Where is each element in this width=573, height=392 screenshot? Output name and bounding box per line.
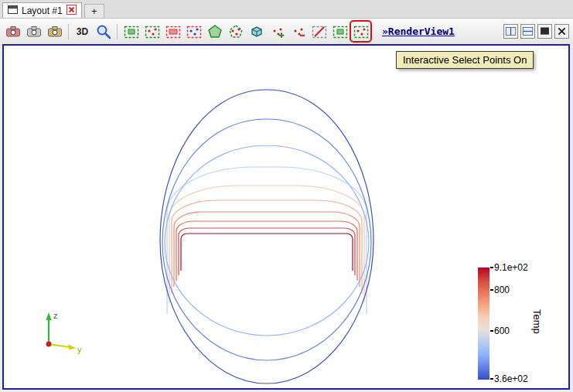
camera-redo-icon[interactable]: [45, 22, 64, 41]
contour-line-level-660: [172, 200, 362, 294]
close-view-button[interactable]: [554, 24, 569, 39]
split-vertical-button[interactable]: [520, 24, 535, 39]
legend-tick-max: [490, 267, 493, 268]
color-legend-bar[interactable]: [478, 268, 489, 380]
select-cells-on-icon[interactable]: [121, 22, 141, 41]
contour-line-level-840: [179, 228, 355, 275]
shrink-selection-icon[interactable]: [288, 22, 308, 41]
contour-line-level-900: [181, 233, 353, 271]
zoom-to-box-icon[interactable]: [94, 22, 113, 41]
legend-label-800: 800: [494, 285, 510, 295]
orientation-axes-widget: z y: [33, 308, 89, 358]
select-points-on-icon[interactable]: [142, 22, 162, 41]
legend-label-600: 600: [494, 326, 510, 336]
select-points-through-icon[interactable]: [184, 22, 203, 41]
select-cells-through-icon[interactable]: [163, 22, 182, 41]
contour-line-level-600: [169, 186, 364, 303]
layout-tab-bar: Layout #1 +: [0, 0, 573, 19]
tab-layout-1[interactable]: Layout #1: [2, 2, 82, 18]
legend-label-min: 3.6e+02: [494, 373, 528, 384]
interaction-mode-3d-button[interactable]: 3D: [73, 22, 92, 41]
contour-line-level-540: [167, 167, 367, 314]
render-view-toolbar: 3D »RenderView1: [0, 19, 573, 44]
camera-undo-icon[interactable]: [24, 22, 43, 41]
tab-close-icon[interactable]: [67, 5, 77, 17]
maximize-view-button[interactable]: [537, 24, 552, 39]
legend-tick-min: [490, 378, 493, 380]
clear-selection-icon[interactable]: [309, 22, 329, 41]
y-axis-label: y: [77, 345, 82, 354]
select-points-polygon-icon[interactable]: [226, 22, 245, 41]
grow-selection-icon[interactable]: [268, 22, 287, 41]
y-axis-arrowhead: [68, 344, 76, 349]
contour-line-level-420: [162, 119, 371, 360]
toolbar-icon-group: 3D: [2, 22, 371, 41]
split-horizontal-button[interactable]: [503, 24, 518, 39]
tab-add-button[interactable]: +: [84, 4, 104, 18]
toolbar-separator: [117, 24, 118, 39]
contour-line-level-480: [165, 145, 369, 336]
contour-line-level-720: [174, 212, 360, 287]
layout-window-icon: [8, 5, 18, 16]
legend-title: Temp: [531, 309, 543, 334]
view-link-label: RenderView1: [388, 26, 455, 37]
interactive-select-cells-on-icon[interactable]: [330, 22, 350, 41]
render-view-link[interactable]: »RenderView1: [382, 26, 455, 37]
toolbar-separator: [68, 24, 69, 39]
tooltip-interactive-select-points: Interactive Select Points On: [396, 51, 534, 69]
z-axis-label: z: [53, 311, 58, 320]
legend-label-max: 9.1e+02: [494, 262, 528, 273]
view-link-prefix: »: [382, 26, 388, 37]
view-window-buttons: [503, 24, 569, 39]
render-view[interactable]: 9.1e+02 800 600 3.6e+02 Temp z y: [2, 44, 570, 390]
tab-label: Layout #1: [22, 5, 63, 16]
z-axis-arrowhead: [46, 312, 52, 320]
camera-adjust-icon[interactable]: [3, 22, 22, 41]
y-axis: [49, 344, 70, 347]
x-axis-dot: [46, 342, 52, 347]
legend-tick-800: [490, 289, 493, 291]
contour-line-level-780: [176, 221, 357, 281]
contour-line-level-360: [160, 90, 373, 383]
interactive-select-points-on-icon[interactable]: [351, 22, 370, 41]
legend-tick-600: [490, 330, 493, 332]
select-cells-polygon-icon[interactable]: [205, 22, 224, 41]
select-block-icon[interactable]: [247, 22, 266, 41]
